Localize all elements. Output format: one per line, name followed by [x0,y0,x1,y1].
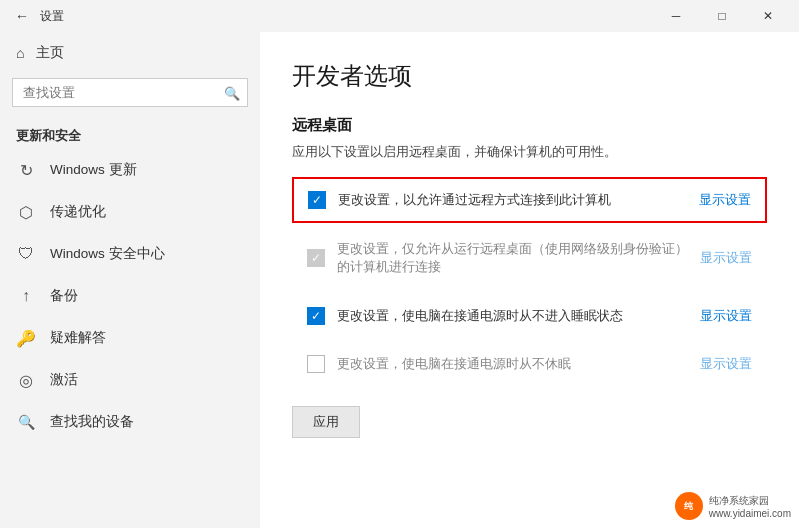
sidebar: ⌂ 主页 🔍 更新和安全 ↻ Windows 更新 ⬡ 传递优化 🛡 Windo… [0,32,260,528]
titlebar-title: 设置 [40,8,64,25]
sidebar-item-label: 查找我的设备 [50,413,134,431]
sidebar-item-security[interactable]: 🛡 Windows 安全中心 [0,233,260,275]
minimize-button[interactable]: ─ [653,0,699,32]
sidebar-item-backup[interactable]: ↑ 备份 [0,275,260,317]
remote-desktop-section: 远程桌面 应用以下设置以启用远程桌面，并确保计算机的可用性。 更改设置，以允许通… [292,116,767,438]
close-icon: ✕ [763,9,773,23]
find-icon: 🔍 [16,412,36,432]
watermark-logo-text: 纯 [684,500,693,513]
activate-icon: ◎ [16,370,36,390]
section-description: 应用以下设置以启用远程桌面，并确保计算机的可用性。 [292,143,767,161]
maximize-icon: □ [718,9,725,23]
sidebar-item-windows-update[interactable]: ↻ Windows 更新 [0,149,260,191]
option-row-2: 更改设置，仅允许从运行远程桌面（使用网络级别身份验证）的计算机进行连接 显示设置 [292,227,767,289]
watermark: 纯 纯净系统家园 www.yidaimei.com [675,492,791,520]
option-row-3: 更改设置，使电脑在接通电源时从不进入睡眠状态 显示设置 [292,294,767,338]
close-button[interactable]: ✕ [745,0,791,32]
option-label-3: 更改设置，使电脑在接通电源时从不进入睡眠状态 [337,307,688,325]
sidebar-item-label: Windows 安全中心 [50,245,165,263]
search-input[interactable] [12,78,248,107]
checkbox-4[interactable] [307,355,325,373]
sidebar-item-delivery-opt[interactable]: ⬡ 传递优化 [0,191,260,233]
sidebar-home[interactable]: ⌂ 主页 [0,32,260,74]
delivery-icon: ⬡ [16,202,36,222]
watermark-logo: 纯 [675,492,703,520]
update-icon: ↻ [16,160,36,180]
watermark-text-block: 纯净系统家园 www.yidaimei.com [709,494,791,519]
content-area: 开发者选项 远程桌面 应用以下设置以启用远程桌面，并确保计算机的可用性。 更改设… [260,32,799,528]
home-label: 主页 [36,44,64,62]
sidebar-section-title: 更新和安全 [0,119,260,149]
section-title: 远程桌面 [292,116,767,135]
key-icon: 🔑 [16,328,36,348]
sidebar-item-activate[interactable]: ◎ 激活 [0,359,260,401]
titlebar: ← 设置 ─ □ ✕ [0,0,799,32]
backup-icon: ↑ [16,286,36,306]
page-title: 开发者选项 [292,60,767,92]
sidebar-search-container: 🔍 [12,78,248,107]
maximize-button[interactable]: □ [699,0,745,32]
window-controls: ─ □ ✕ [653,0,791,32]
checkbox-1[interactable] [308,191,326,209]
watermark-line1: 纯净系统家园 [709,494,791,508]
option-row-1: 更改设置，以允许通过远程方式连接到此计算机 显示设置 [292,177,767,223]
home-icon: ⌂ [16,45,24,61]
sidebar-item-label: 传递优化 [50,203,106,221]
shield-icon: 🛡 [16,244,36,264]
apply-button[interactable]: 应用 [292,406,360,438]
option-link-2[interactable]: 显示设置 [700,249,752,267]
sidebar-item-label: 备份 [50,287,78,305]
option-link-4[interactable]: 显示设置 [700,355,752,373]
checkbox-2[interactable] [307,249,325,267]
option-label-4: 更改设置，使电脑在接通电源时从不休眠 [337,355,688,373]
option-label-1: 更改设置，以允许通过远程方式连接到此计算机 [338,191,687,209]
option-row-4: 更改设置，使电脑在接通电源时从不休眠 显示设置 [292,342,767,386]
back-icon: ← [15,8,29,24]
watermark-line2: www.yidaimei.com [709,508,791,519]
search-icon: 🔍 [224,85,240,100]
checkbox-3[interactable] [307,307,325,325]
sidebar-item-troubleshoot[interactable]: 🔑 疑难解答 [0,317,260,359]
sidebar-item-label: 疑难解答 [50,329,106,347]
sidebar-item-label: Windows 更新 [50,161,137,179]
sidebar-item-label: 激活 [50,371,78,389]
option-link-1[interactable]: 显示设置 [699,191,751,209]
back-button[interactable]: ← [8,2,36,30]
main-layout: ⌂ 主页 🔍 更新和安全 ↻ Windows 更新 ⬡ 传递优化 🛡 Windo… [0,32,799,528]
sidebar-item-find-device[interactable]: 🔍 查找我的设备 [0,401,260,443]
option-label-2: 更改设置，仅允许从运行远程桌面（使用网络级别身份验证）的计算机进行连接 [337,240,688,276]
minimize-icon: ─ [672,9,681,23]
option-link-3[interactable]: 显示设置 [700,307,752,325]
